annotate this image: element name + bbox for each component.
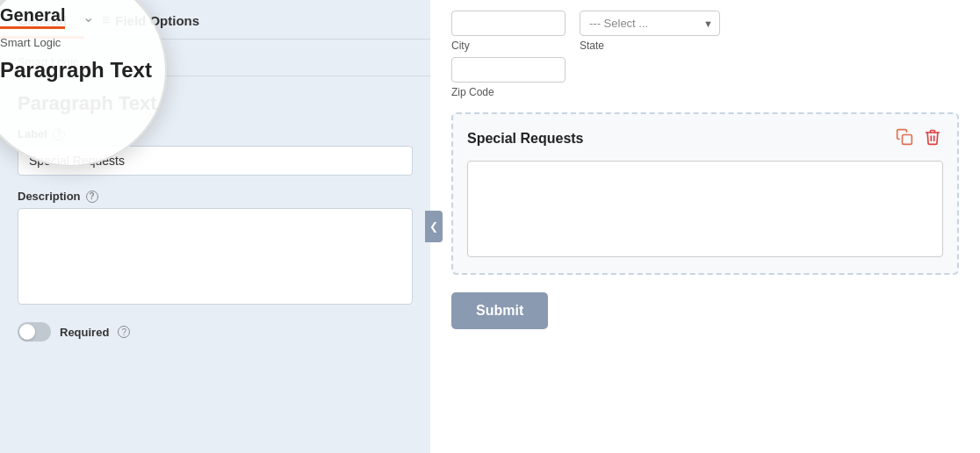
form-section: Label ? Description ? Required ?	[0, 127, 430, 453]
card-actions	[894, 126, 943, 150]
state-select-wrapper: --- Select ... AL CA ▼	[580, 11, 720, 36]
city-field: City	[451, 11, 566, 52]
city-label: City	[451, 40, 566, 52]
label-info-icon[interactable]: ?	[53, 128, 65, 140]
copy-icon	[896, 128, 913, 146]
special-requests-textarea[interactable]	[467, 161, 943, 257]
tab-field-options[interactable]: ≡ Field Options	[84, 0, 217, 39]
tabs-row: General ≡ Field Options	[0, 0, 430, 40]
field-options-icon: ≡	[102, 12, 110, 28]
address-row-top: City --- Select ... AL CA ▼ State	[451, 11, 959, 52]
state-field: --- Select ... AL CA ▼ State	[580, 11, 720, 52]
label-input[interactable]	[18, 146, 413, 176]
description-textarea[interactable]	[18, 208, 413, 305]
sub-tabs-row: Smart Logic	[0, 40, 430, 76]
state-label: State	[580, 40, 720, 52]
tab-general[interactable]: General	[0, 0, 84, 39]
zip-label: Zip Code	[451, 86, 959, 98]
trash-icon	[924, 128, 941, 146]
copy-button[interactable]	[894, 126, 915, 150]
left-panel: General ⌄ Smart Logic Paragraph Text Gen…	[0, 0, 430, 453]
toggle-knob	[19, 324, 35, 340]
collapse-icon: ❮	[429, 220, 438, 233]
tab-general-label: General	[18, 13, 67, 28]
sub-tab-smart-logic[interactable]: Smart Logic	[18, 48, 90, 76]
special-requests-header: Special Requests	[467, 126, 943, 150]
zip-row: Zip Code	[451, 57, 959, 98]
submit-button[interactable]: Submit	[451, 292, 548, 329]
state-select[interactable]: --- Select ... AL CA	[580, 11, 720, 36]
zip-input[interactable]	[451, 57, 566, 83]
label-field-label: Label ?	[18, 127, 413, 140]
description-label: Description ?	[18, 190, 413, 203]
special-requests-card: Special Requests	[451, 112, 959, 275]
required-info-icon[interactable]: ?	[118, 326, 130, 338]
city-input[interactable]	[451, 11, 566, 36]
required-label: Required	[60, 326, 109, 339]
svg-rect-0	[903, 135, 912, 145]
required-row: Required ?	[18, 322, 413, 342]
delete-button[interactable]	[922, 126, 943, 150]
required-toggle[interactable]	[18, 322, 51, 342]
tab-field-options-label: Field Options	[115, 13, 199, 28]
collapse-handle[interactable]: ❮	[425, 211, 443, 242]
special-requests-title: Special Requests	[467, 131, 584, 147]
right-panel: City --- Select ... AL CA ▼ State Zip Co…	[430, 0, 980, 453]
description-info-icon[interactable]: ?	[86, 191, 98, 203]
field-type-heading: Paragraph Text	[0, 76, 430, 127]
